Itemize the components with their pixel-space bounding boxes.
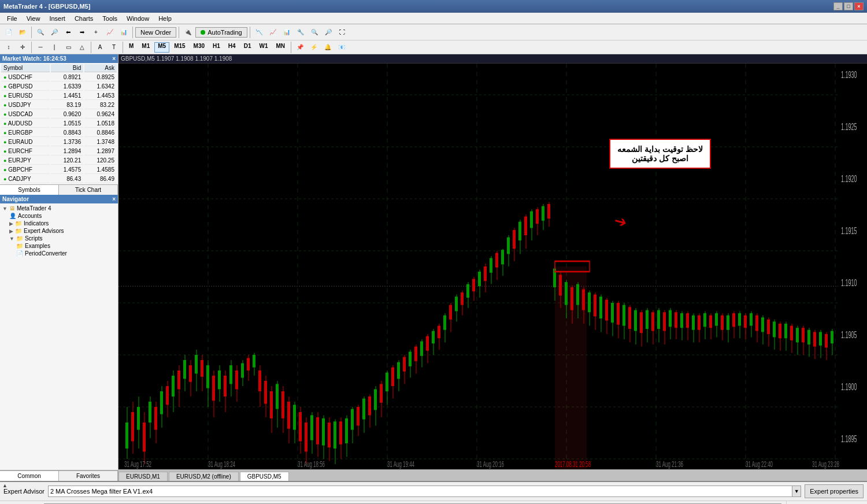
nav-bottom-tabs: Common Favorites — [0, 470, 118, 481]
line-tool[interactable]: ─ — [34, 41, 47, 54]
svg-rect-236 — [727, 316, 729, 330]
chart-shift-btn[interactable]: ⬅ — [62, 26, 75, 39]
indicator-btn2[interactable]: 📈 — [266, 26, 279, 39]
chart-tab-gbpusd-m5[interactable]: GBPUSD,M5 — [240, 472, 289, 481]
text-tool[interactable]: T — [108, 41, 120, 54]
tester-collapse-icon[interactable]: ▲ — [2, 483, 8, 488]
nav-examples[interactable]: 📁 Examples — [1, 242, 117, 250]
tab-symbols[interactable]: Symbols — [0, 185, 59, 195]
restore-btn[interactable]: □ — [844, 2, 853, 10]
tf-mn[interactable]: MN — [272, 42, 288, 53]
tf-w1[interactable]: W1 — [255, 42, 271, 53]
market-watch-row[interactable]: ● EURGBP 0.8843 0.8846 — [1, 129, 117, 137]
autotrading-btn[interactable]: AutoTrading — [195, 27, 247, 38]
bar-chart-btn[interactable]: 📊 — [117, 26, 130, 39]
cursor-btn[interactable]: ↕ — [2, 41, 15, 54]
new-order-btn[interactable]: New Order — [135, 27, 176, 38]
svg-rect-171 — [542, 206, 544, 221]
indicator-btn1[interactable]: 📉 — [253, 26, 265, 39]
minimize-btn[interactable]: _ — [833, 2, 843, 10]
svg-rect-224 — [692, 316, 695, 330]
market-watch-row[interactable]: ● CADJPY 86.43 86.49 — [1, 175, 117, 183]
tab-tick-chart[interactable]: Tick Chart — [59, 185, 118, 195]
ea-input[interactable]: 2 MA Crosses Mega filter EA V1.ex4 — [48, 486, 792, 497]
chart-tab-eurusd-m2[interactable]: EURUSD,M2 (offline) — [169, 472, 239, 481]
market-watch-body: ● USDCHF 0.8921 0.8925 ● GBPUSD 1.6339 1… — [1, 73, 117, 183]
tf-m1[interactable]: M1 — [138, 42, 153, 53]
tf-m5[interactable]: M5 — [154, 42, 169, 53]
market-watch-close[interactable]: × — [112, 55, 116, 62]
period-sep-btn[interactable]: ⚡ — [307, 41, 320, 54]
menu-view[interactable]: View — [22, 14, 45, 23]
nav-metatrader4[interactable]: ▼ 🖥 MetaTrader 4 — [1, 205, 117, 212]
market-watch-row[interactable]: ● AUDUSD 1.0515 1.0518 — [1, 120, 117, 128]
market-watch-panel: Market Watch: 16:24:53 × Symbol Bid Ask … — [0, 54, 118, 195]
tester-ea-row: Expert Advisor 2 MA Crosses Mega filter … — [0, 482, 867, 501]
market-watch-row[interactable]: ● USDJPY 83.19 83.22 — [1, 101, 117, 109]
ask-cell: 1.6342 — [84, 83, 117, 91]
autotrading-indicator — [201, 30, 205, 35]
tab-common[interactable]: Common — [0, 471, 59, 481]
fibretrace-tool[interactable]: A — [94, 41, 106, 54]
tf-d1[interactable]: D1 — [240, 42, 255, 53]
vline-tool[interactable]: ▭ — [62, 41, 75, 54]
new-chart-btn[interactable]: 📄 — [2, 26, 15, 39]
indicator-btn4[interactable]: 🔧 — [294, 26, 307, 39]
svg-rect-143 — [461, 292, 464, 305]
tf-m[interactable]: M — [125, 42, 137, 53]
indicator-btn3[interactable]: 📊 — [280, 26, 293, 39]
zoom-btn[interactable]: 🔍 — [308, 26, 321, 39]
nav-expand-icon: ▼ — [2, 206, 8, 212]
connect-btn[interactable]: 🔌 — [181, 26, 194, 39]
menu-help[interactable]: Help — [154, 14, 176, 23]
alert-btn[interactable]: 🔔 — [321, 41, 334, 54]
line-chart-btn[interactable]: 📈 — [103, 26, 116, 39]
crosshair-btn[interactable]: ✛ — [16, 41, 29, 54]
market-watch-row[interactable]: ● EURUSD 1.4451 1.4453 — [1, 92, 117, 100]
chart-canvas[interactable]: 1.1930 1.1925 1.1920 1.1915 1.1910 1.190… — [118, 64, 867, 469]
rect-tool[interactable]: △ — [76, 41, 88, 54]
market-watch-row[interactable]: ● EURCHF 1.2894 1.2897 — [1, 147, 117, 155]
nav-scripts[interactable]: ▼ 📁 Scripts — [1, 235, 117, 242]
zoom-in-btn[interactable]: 🔍 — [34, 26, 47, 39]
chart-tab-eurusd-m1[interactable]: EURUSD,M1 — [118, 472, 168, 481]
svg-rect-252 — [773, 321, 776, 337]
tf-h1[interactable]: H1 — [209, 42, 224, 53]
ea-dropdown-btn[interactable]: ▼ — [792, 486, 801, 497]
nav-period-converter[interactable]: 📄 PeriodConverter — [1, 250, 117, 257]
fullscreen-btn[interactable]: ⛶ — [336, 26, 349, 39]
market-watch-row[interactable]: ● EURAUD 1.3736 1.3748 — [1, 138, 117, 146]
symbol-cell: ● USDCHF — [1, 73, 50, 81]
market-watch-row[interactable]: ● EURJPY 120.21 120.25 — [1, 157, 117, 165]
chart-info-bar: GBPUSD,M5 1.1907 1.1908 1.1907 1.1908 — [118, 54, 867, 64]
market-watch-row[interactable]: ● USDCAD 0.9620 0.9624 — [1, 110, 117, 118]
nav-expert-advisors[interactable]: ▶ 📁 Expert Advisors — [1, 227, 117, 235]
open-btn[interactable]: 📂 — [16, 26, 29, 39]
sep2 — [132, 27, 133, 38]
nav-indicators[interactable]: ▶ 📁 Indicators — [1, 220, 117, 227]
tf-m30[interactable]: M30 — [190, 42, 208, 53]
hline-tool[interactable]: | — [48, 41, 61, 54]
menu-tools[interactable]: Tools — [98, 14, 122, 23]
market-watch-row[interactable]: ● GBPUSD 1.6339 1.6342 — [1, 83, 117, 91]
close-btn[interactable]: × — [854, 2, 864, 10]
indicator-add-btn[interactable]: 📌 — [294, 41, 306, 54]
expert-properties-btn[interactable]: Expert properties — [805, 484, 864, 498]
market-watch-row[interactable]: ● GBPCHF 1.4575 1.4585 — [1, 166, 117, 174]
tf-h4[interactable]: H4 — [225, 42, 239, 53]
navigator-close[interactable]: × — [112, 196, 116, 202]
menu-charts[interactable]: Charts — [70, 14, 98, 23]
menu-window[interactable]: Window — [122, 14, 154, 23]
zoom-out-btn[interactable]: 🔎 — [48, 26, 61, 39]
market-watch-row[interactable]: ● USDCHF 0.8921 0.8925 — [1, 73, 117, 81]
menu-file[interactable]: File — [2, 14, 22, 23]
nav-accounts[interactable]: 👤 Accounts — [1, 212, 117, 220]
email-btn[interactable]: 📧 — [335, 41, 348, 54]
app-title: MetaTrader 4 - [GBPUSD,M5] — [3, 3, 90, 10]
tf-m15[interactable]: M15 — [171, 42, 188, 53]
auto-scroll-btn[interactable]: ➡ — [76, 26, 88, 39]
zoom-minus-btn[interactable]: 🔎 — [322, 26, 335, 39]
zoom-chart-btn[interactable]: + — [90, 26, 102, 39]
tab-favorites[interactable]: Favorites — [59, 471, 118, 481]
menu-insert[interactable]: Insert — [45, 14, 70, 23]
